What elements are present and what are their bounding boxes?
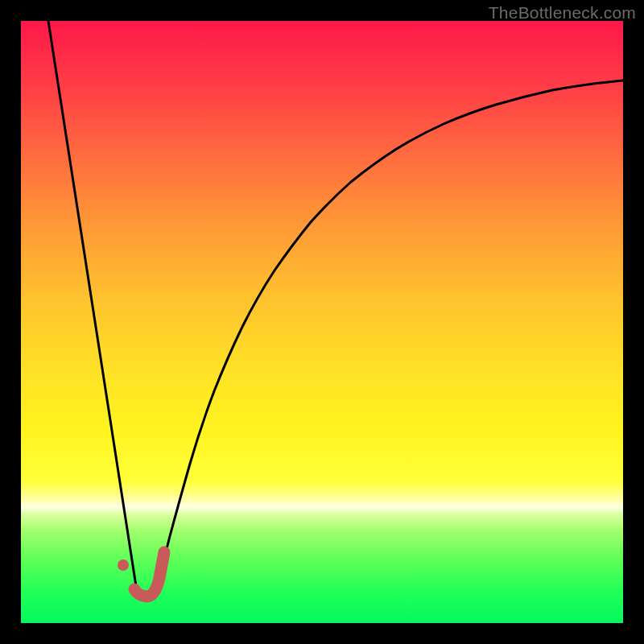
- curve-layer: [21, 21, 623, 623]
- dot-marker: [118, 559, 129, 571]
- chart-frame: TheBottleneck.com: [0, 0, 644, 644]
- j-hook-marker: [134, 552, 164, 597]
- curve-left-descent: [48, 21, 138, 597]
- curve-right-ascent: [154, 80, 623, 597]
- watermark-text: TheBottleneck.com: [489, 3, 636, 23]
- plot-area: [21, 21, 623, 623]
